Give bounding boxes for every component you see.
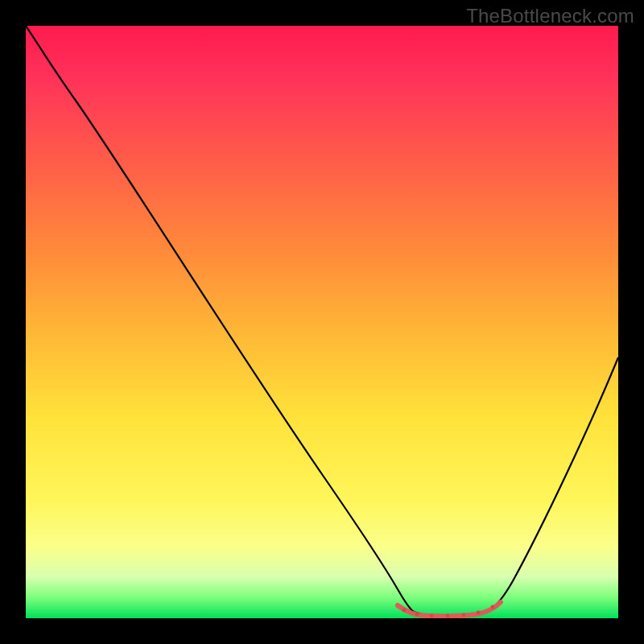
- svg-point-1: [415, 613, 419, 617]
- optimal-range-marker: [398, 602, 501, 616]
- svg-point-0: [402, 609, 407, 613]
- svg-point-6: [491, 605, 495, 609]
- curve-path: [26, 26, 618, 617]
- svg-point-3: [446, 614, 450, 618]
- bottleneck-curve: [26, 26, 618, 618]
- svg-point-2: [430, 614, 434, 618]
- svg-point-5: [477, 611, 481, 615]
- chart-frame: TheBottleneck.com: [0, 0, 644, 644]
- plot-area: [26, 26, 618, 618]
- svg-point-4: [462, 613, 466, 617]
- watermark-text: TheBottleneck.com: [466, 5, 634, 27]
